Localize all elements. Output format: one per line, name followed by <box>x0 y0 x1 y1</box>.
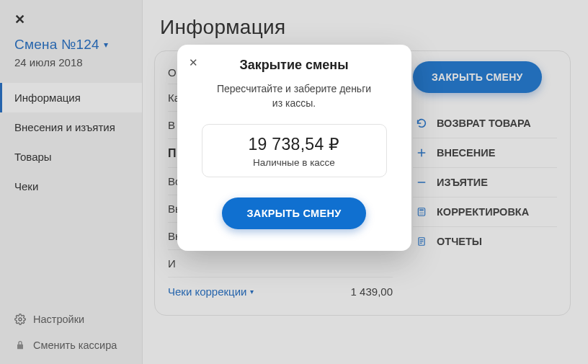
cash-amount: 19 738,54 ₽ <box>211 135 378 154</box>
modal-title: Закрытие смены <box>195 58 394 73</box>
close-icon[interactable]: ✕ <box>189 56 198 69</box>
cash-label: Наличные в кассе <box>211 157 378 168</box>
close-shift-modal: ✕ Закрытие смены Пересчитайте и заберите… <box>177 45 411 251</box>
modal-subtitle: Пересчитайте и заберите деньги из кассы. <box>215 81 373 111</box>
cash-box: 19 738,54 ₽ Наличные в кассе <box>202 124 387 177</box>
modal-close-shift-button[interactable]: ЗАКРЫТЬ СМЕНУ <box>222 197 365 229</box>
modal-scrim[interactable]: ✕ Закрытие смены Пересчитайте и заберите… <box>0 0 588 364</box>
